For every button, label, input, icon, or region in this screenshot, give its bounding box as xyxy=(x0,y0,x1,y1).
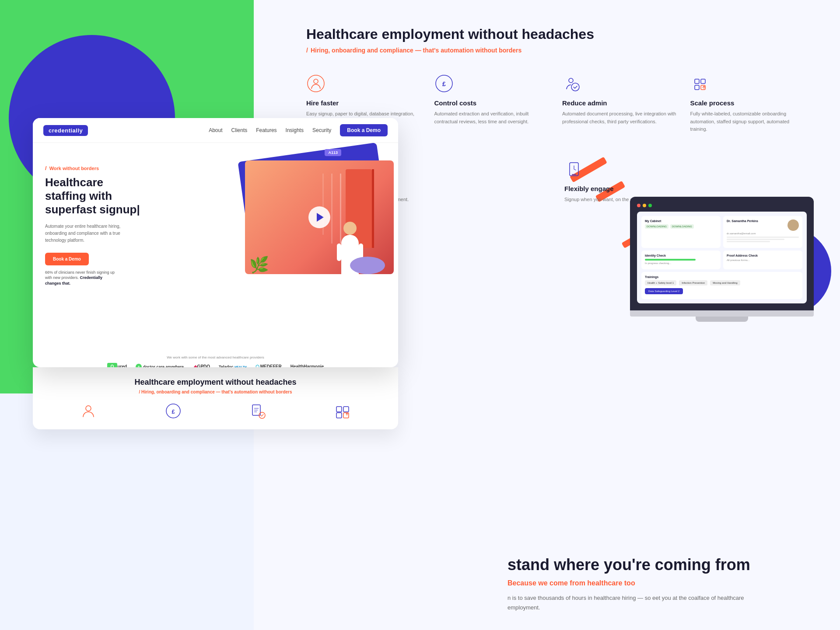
partner-qured: Qured xyxy=(107,363,127,367)
nav-about[interactable]: About xyxy=(209,127,222,133)
laptop-mockup: My Cabinet DOWNLOADING DOWNLOADING Dr. S… xyxy=(630,197,814,322)
hire-faster-title: Hire faster xyxy=(306,99,421,107)
section2-icons-row: £ xyxy=(46,403,385,421)
svg-rect-21 xyxy=(336,413,342,418)
hero-stat: 66% of clinicians never finish signing u… xyxy=(45,270,115,286)
features-subtitle: Hiring, onboarding and compliance — that… xyxy=(306,47,805,54)
svg-rect-20 xyxy=(343,407,349,412)
svg-point-1 xyxy=(314,79,318,84)
partner-medefer: ⬡MEDEFER xyxy=(256,364,282,367)
partners-logos: Qured +doctor care anywhere. ◆GPDQ Telad… xyxy=(42,363,389,367)
feature-control-costs: £ Control costs Automated extraction and… xyxy=(434,70,550,138)
laptop-content: My Cabinet DOWNLOADING DOWNLOADING Dr. S… xyxy=(637,212,807,303)
hero-illustration: 🌿 A113 xyxy=(214,143,398,309)
avatar xyxy=(788,219,799,231)
laptop-base xyxy=(630,310,814,317)
stand-out-subtitle: Because we come from healthcare too xyxy=(508,579,814,587)
partners-label: We work with some of the most advanced h… xyxy=(42,355,389,359)
browser-hero: Work without borders Healthcarestaffing … xyxy=(33,143,398,367)
svg-point-4 xyxy=(569,78,573,83)
mobile-icon-2 xyxy=(564,160,584,179)
section2-heading: Healthcare employment without headaches xyxy=(46,378,385,387)
nav-clients[interactable]: Clients xyxy=(231,127,248,133)
person-check-icon xyxy=(562,74,581,93)
laptop-dots xyxy=(637,204,807,207)
partner-doctorcare: +doctor care anywhere. xyxy=(136,364,185,368)
browser-nav: credentially About Clients Features Insi… xyxy=(33,118,398,143)
svg-text:£: £ xyxy=(172,408,175,415)
section2-title: Healthcare employment without headaches … xyxy=(46,378,385,394)
partner-teladoc: Teladoc HEALTH xyxy=(219,365,247,368)
reduce-admin-desc: Automated document processing, live inte… xyxy=(562,110,677,125)
stand-out-desc: n is to save thousands of hours in healt… xyxy=(508,593,752,613)
features-title: Healthcare employment without headaches xyxy=(306,26,805,42)
hero-eyebrow: Work without borders xyxy=(45,165,168,171)
svg-point-5 xyxy=(571,83,579,91)
illustration-room: 🌿 xyxy=(245,160,394,274)
cabinet-card: My Cabinet DOWNLOADING DOWNLOADING xyxy=(641,216,721,248)
section2-icon-1 xyxy=(80,403,96,421)
control-costs-desc: Automated extraction and verification, i… xyxy=(434,110,550,125)
svg-rect-6 xyxy=(695,79,699,84)
browser-window: credentially About Clients Features Insi… xyxy=(33,118,398,367)
svg-rect-7 xyxy=(701,79,705,84)
browser-bottom-section: Healthcare employment without headaches … xyxy=(33,367,398,429)
laptop-stand xyxy=(696,317,748,322)
nav-features[interactable]: Features xyxy=(256,127,276,133)
dot-yellow xyxy=(643,204,646,207)
svg-rect-22 xyxy=(343,413,349,418)
right-bottom-section: stand where you're coming from Because w… xyxy=(508,555,814,613)
address-card: Proof Address Check All previous forms..… xyxy=(723,251,802,269)
scale-icon xyxy=(690,74,710,93)
reduce-admin-title: Reduce admin xyxy=(562,99,677,107)
identity-card: Identity Check In progress checking... xyxy=(641,251,721,269)
pound-icon: £ xyxy=(434,74,454,93)
hero-book-demo-button[interactable]: Book a Demo xyxy=(45,253,89,265)
trainings-card: Trainings Health + Safety level 1 Infect… xyxy=(641,272,802,299)
profile-card: Dr. Samantha Perkins dr.samantha@email.c… xyxy=(723,216,802,248)
svg-point-14 xyxy=(86,406,91,411)
logo: credentially xyxy=(43,125,88,136)
laptop-screen: My Cabinet DOWNLOADING DOWNLOADING Dr. S… xyxy=(630,197,814,310)
nav-insights[interactable]: Insights xyxy=(286,127,304,133)
person-icon xyxy=(306,74,326,93)
partner-gpdq: ◆GPDQ xyxy=(194,364,210,367)
hero-description: Automate your entire healthcare hiring, … xyxy=(45,223,141,244)
partner-healthharmonie: HealthHarmonie xyxy=(290,364,324,367)
nav-security[interactable]: Security xyxy=(312,127,331,133)
stand-out-title: stand where you're coming from xyxy=(508,555,814,574)
section2-subtitle: / Hiring, onboarding and compliance — th… xyxy=(46,390,385,394)
flexibly-title: Flexibly engage xyxy=(564,185,805,192)
svg-rect-8 xyxy=(695,85,699,90)
nav-book-demo[interactable]: Book a Demo xyxy=(340,124,388,136)
dot-green xyxy=(648,204,652,207)
partners-strip: We work with some of the most advanced h… xyxy=(33,355,398,367)
room-number-badge: A113 xyxy=(325,149,341,156)
control-costs-title: Control costs xyxy=(434,99,550,107)
svg-rect-19 xyxy=(336,407,342,412)
svg-text:£: £ xyxy=(442,80,446,87)
hero-title: Healthcarestaffing withsuperfast signup| xyxy=(45,176,168,217)
section2-icon-2: £ xyxy=(165,403,181,421)
svg-rect-9 xyxy=(701,85,705,90)
scale-process-desc: Fully white-labeled, customizable onboar… xyxy=(690,110,805,133)
section2-icon-4 xyxy=(335,403,350,421)
nav-links: About Clients Features Insights Security… xyxy=(209,124,388,136)
scale-process-title: Scale process xyxy=(690,99,805,107)
dot-red xyxy=(637,204,640,207)
section2-icon-3 xyxy=(250,403,266,421)
feature-reduce-admin: Reduce admin Automated document processi… xyxy=(562,70,677,138)
feature-scale-process: Scale process Fully white-labeled, custo… xyxy=(690,70,805,138)
